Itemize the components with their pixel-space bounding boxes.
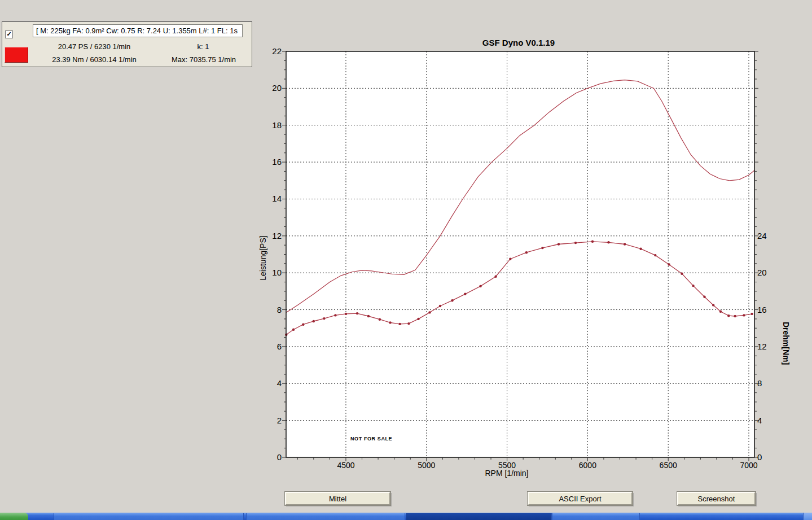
taskbar-task-button[interactable] xyxy=(54,513,244,520)
torque-data-marker xyxy=(407,322,410,325)
chart-title: GSF Dyno V0.1.19 xyxy=(482,38,555,47)
torque-data-marker xyxy=(398,323,401,325)
torque-data-marker xyxy=(439,305,441,307)
taskbar xyxy=(0,513,812,520)
torque-data-marker xyxy=(417,318,419,320)
torque-data-marker xyxy=(734,315,736,317)
ascii-export-button[interactable]: ASCII Export xyxy=(528,492,633,505)
right-y-axis-label: Drehm[Nm] xyxy=(782,322,791,365)
torque-data-marker xyxy=(367,315,370,317)
torque-data-marker xyxy=(654,254,656,256)
torque-data-marker xyxy=(356,312,358,314)
plot-area xyxy=(286,51,754,457)
torque-data-marker xyxy=(668,263,670,265)
mittel-button[interactable]: Mittel xyxy=(285,492,390,505)
torque-data-marker xyxy=(541,247,543,249)
torque-data-marker xyxy=(692,285,694,287)
torque-data-marker xyxy=(624,243,626,245)
left-y-tick-label: 20 xyxy=(272,83,282,93)
torque-data-marker xyxy=(751,313,753,315)
torque-data-marker xyxy=(509,258,511,260)
right-y-tick-label: 8 xyxy=(757,378,762,388)
right-y-tick-label: 4 xyxy=(757,416,762,425)
peak-torque-stat: 23.39 Nm / 6030.14 1/min xyxy=(30,55,158,64)
torque-data-marker xyxy=(313,320,315,322)
x-tick-label: 6500 xyxy=(660,461,677,470)
peak-power-stat: 20.47 PS / 6230 1/min xyxy=(35,42,153,51)
torque-data-marker xyxy=(703,296,705,298)
left-y-tick-label: 0 xyxy=(277,452,282,462)
torque-data-marker xyxy=(743,314,745,316)
left-y-tick-label: 10 xyxy=(272,268,282,277)
torque-data-marker xyxy=(292,329,295,331)
right-y-tick-label: 12 xyxy=(757,342,767,351)
x-tick-label: 4500 xyxy=(337,461,354,470)
torque-data-marker xyxy=(428,311,431,313)
series-visible-checkbox[interactable]: ✓ xyxy=(5,30,13,38)
left-y-tick-label: 18 xyxy=(272,120,282,130)
taskbar-task-button-active[interactable] xyxy=(406,513,552,520)
x-tick-label: 6000 xyxy=(579,461,596,470)
torque-data-marker xyxy=(302,324,304,326)
torque-data-marker xyxy=(464,293,466,295)
taskbar-task-button[interactable] xyxy=(246,513,405,520)
left-y-axis-label: Leistung[PS] xyxy=(258,235,267,280)
torque-data-marker xyxy=(494,276,497,278)
run-info-panel: ✓ [ M: 225kg FA: 0.9m² Cw: 0.75 R: 7.24 … xyxy=(2,21,252,67)
k-factor-label: k: 1 xyxy=(169,42,237,51)
left-y-tick-label: 14 xyxy=(272,194,282,203)
right-y-tick-label: 16 xyxy=(757,305,767,314)
system-tray[interactable] xyxy=(803,513,812,520)
torque-data-marker xyxy=(323,317,325,320)
taskbar-task-button[interactable] xyxy=(552,513,640,520)
torque-data-marker xyxy=(451,299,453,301)
x-tick-label: 7000 xyxy=(740,461,757,470)
torque-data-marker xyxy=(607,241,609,243)
torque-data-marker xyxy=(639,248,642,250)
right-y-tick-label: 0 xyxy=(757,452,762,462)
x-tick-label: 5000 xyxy=(418,461,435,470)
start-button[interactable] xyxy=(0,513,28,520)
torque-data-marker xyxy=(334,314,336,316)
torque-data-marker xyxy=(345,313,347,315)
params-field-value: [ M: 225kg FA: 0.9m² Cw: 0.75 R: 7.24 U:… xyxy=(36,27,238,35)
right-y-tick-label: 24 xyxy=(757,231,767,241)
torque-data-marker xyxy=(389,321,391,324)
max-rpm-label: Max: 7035.75 1/min xyxy=(168,55,239,64)
left-y-tick-label: 8 xyxy=(277,305,282,314)
watermark-text: NOT FOR SALE xyxy=(350,436,392,442)
left-y-tick-label: 12 xyxy=(272,231,282,241)
torque-data-marker xyxy=(479,285,481,287)
torque-data-marker xyxy=(558,243,560,245)
right-y-tick-label: 20 xyxy=(757,268,767,277)
torque-data-marker xyxy=(574,242,577,244)
left-y-tick-label: 22 xyxy=(272,46,282,56)
left-y-tick-label: 6 xyxy=(277,342,282,351)
desktop: { "info_panel": { "check_glyph": "✓", "c… xyxy=(0,0,812,520)
torque-data-marker xyxy=(525,251,528,254)
left-y-tick-label: 16 xyxy=(272,157,282,167)
params-field[interactable]: [ M: 225kg FA: 0.9m² Cw: 0.75 R: 7.24 U:… xyxy=(33,24,243,37)
torque-data-marker xyxy=(591,241,594,243)
gsf-dyno-window: ✓ [ M: 225kg FA: 0.9m² Cw: 0.75 R: 7.24 … xyxy=(0,0,812,520)
dyno-chart: 4500500055006000650070000246810121416182… xyxy=(0,0,812,520)
torque-data-marker xyxy=(719,311,722,313)
left-y-tick-label: 2 xyxy=(277,416,282,425)
torque-data-marker xyxy=(712,304,714,306)
checkmark-icon: ✓ xyxy=(6,30,11,37)
torque-data-marker xyxy=(727,314,730,317)
torque-data-marker xyxy=(379,318,381,321)
series-color-swatch xyxy=(5,47,28,63)
torque-data-marker xyxy=(681,273,683,275)
screenshot-button[interactable]: Screenshot xyxy=(677,492,756,505)
x-axis-label: RPM [1/min] xyxy=(485,469,528,478)
left-y-tick-label: 4 xyxy=(277,378,282,388)
